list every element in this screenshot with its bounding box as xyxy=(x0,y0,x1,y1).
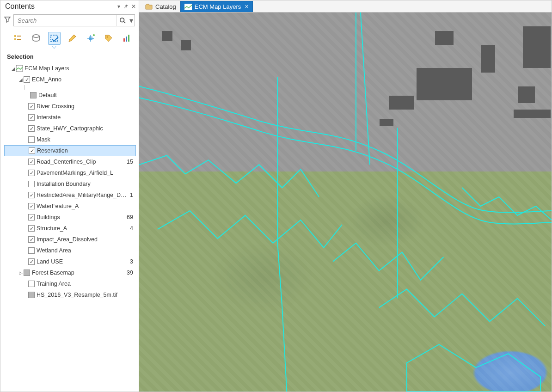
layer-checkbox[interactable] xyxy=(28,214,35,220)
layer-label: PavementMarkings_Airfield_L xyxy=(37,170,130,176)
layer-checkbox[interactable] xyxy=(29,147,35,154)
layer-checkbox[interactable] xyxy=(28,247,35,254)
menu-dropdown-icon[interactable]: ▾ xyxy=(117,3,120,10)
layer-row[interactable]: Road_Centerlines_Clip15 xyxy=(4,156,136,167)
layer-row[interactable]: Wetland Area xyxy=(4,245,136,256)
feature-count: 39 xyxy=(124,270,133,276)
list-by-drawing-order-icon[interactable] xyxy=(12,32,24,45)
feature-count: 15 xyxy=(124,159,133,165)
catalog-icon xyxy=(145,4,153,10)
svg-rect-17 xyxy=(184,4,192,10)
layer-row[interactable]: RestrictedArea_MilitaryRange_Dissolve1 xyxy=(4,190,136,201)
tree-connector xyxy=(25,85,136,90)
layer-row[interactable]: Reservation xyxy=(4,145,136,156)
layer-row[interactable]: Land USE3 xyxy=(4,256,136,267)
collapse-icon[interactable]: ◢ xyxy=(11,66,16,71)
layer-checkbox[interactable] xyxy=(28,258,35,265)
layer-label: Mask xyxy=(37,136,130,143)
search-dropdown-icon[interactable]: ▾ xyxy=(128,16,135,25)
list-by-editing-icon[interactable] xyxy=(66,32,79,45)
layer-label: Default xyxy=(38,92,133,98)
map-icon xyxy=(184,4,192,10)
layer-row[interactable]: Structure_A4 xyxy=(4,223,136,234)
panel-toolbar xyxy=(0,29,139,47)
main-area: Catalog ECM Map Layers ✕ xyxy=(139,0,552,392)
layer-label: RestrictedArea_MilitaryRange_Dissolve xyxy=(37,192,127,198)
layer-row[interactable]: Buildings69 xyxy=(4,212,136,223)
svg-point-12 xyxy=(107,37,108,38)
layer-label: Buildings xyxy=(37,214,124,220)
layer-label: Structure_A xyxy=(37,225,127,232)
layer-label: Land USE xyxy=(37,258,127,265)
list-by-chart-icon[interactable] xyxy=(121,32,133,45)
tree-item-training[interactable]: Training Area xyxy=(4,278,136,289)
list-by-selection-icon[interactable] xyxy=(48,32,61,45)
layer-checkbox[interactable] xyxy=(28,170,35,176)
layer-checkbox[interactable] xyxy=(24,76,30,83)
tree-root[interactable]: ◢ ECM Map Layers xyxy=(4,63,136,74)
panel-title: Contents xyxy=(5,2,35,11)
layer-row[interactable]: Interstate xyxy=(4,112,136,123)
layer-checkbox[interactable] xyxy=(28,181,35,187)
layer-label: HS_2016_V3_Resample_5m.tif xyxy=(37,292,133,298)
list-by-labeling-icon[interactable] xyxy=(102,32,115,45)
svg-rect-13 xyxy=(123,38,125,42)
layer-checkbox[interactable] xyxy=(28,136,35,143)
pin-icon[interactable]: 📌︎ xyxy=(123,3,129,10)
layer-row[interactable]: State_HWY_Cartographic xyxy=(4,123,136,134)
svg-rect-2 xyxy=(14,35,16,37)
svg-line-19 xyxy=(361,12,370,165)
collapse-icon[interactable]: ◢ xyxy=(18,77,24,82)
map-view[interactable] xyxy=(139,12,552,392)
tab-label: Catalog xyxy=(155,3,176,10)
expand-icon[interactable]: ▷ xyxy=(18,270,24,276)
layer-row[interactable]: WaterFeature_A xyxy=(4,201,136,212)
layer-label: Wetland Area xyxy=(37,247,130,254)
layer-label: WaterFeature_A xyxy=(37,203,130,209)
svg-point-11 xyxy=(93,34,95,36)
layer-checkbox[interactable] xyxy=(28,125,35,132)
tree-group-forest[interactable]: ▷ Forest Basemap 39 xyxy=(4,267,136,278)
svg-marker-20 xyxy=(407,344,540,392)
symbol-swatch xyxy=(30,92,37,98)
section-label: Selection xyxy=(0,49,139,63)
tree-item-raster[interactable]: HS_2016_V3_Resample_5m.tif xyxy=(4,289,136,300)
layer-tree: ◢ ECM Map Layers ◢ ECM_Anno Default Rive… xyxy=(0,63,139,300)
list-by-source-icon[interactable] xyxy=(30,32,42,45)
tab-map-layers[interactable]: ECM Map Layers ✕ xyxy=(180,1,253,12)
layer-row[interactable]: PavementMarkings_Airfield_L xyxy=(4,167,136,178)
tab-catalog[interactable]: Catalog xyxy=(141,1,180,12)
layer-row[interactable]: Mask xyxy=(4,134,136,145)
layer-row[interactable]: Installation Boundary xyxy=(4,178,136,190)
layer-label: Installation Boundary xyxy=(37,181,130,187)
layer-checkbox[interactable] xyxy=(28,114,35,121)
map-selection-overlay xyxy=(139,12,552,392)
svg-rect-3 xyxy=(14,38,16,40)
close-icon[interactable]: ✕ xyxy=(131,3,136,10)
layer-checkbox[interactable] xyxy=(28,192,35,198)
svg-line-1 xyxy=(123,22,125,24)
layer-checkbox[interactable] xyxy=(28,103,35,110)
layer-checkbox[interactable] xyxy=(28,225,35,232)
layer-label: Interstate xyxy=(37,114,130,121)
layer-row[interactable]: Impact_Area_Dissolved xyxy=(4,234,136,245)
search-input[interactable] xyxy=(14,17,116,24)
filter-icon[interactable] xyxy=(4,16,11,24)
search-button[interactable] xyxy=(116,15,128,26)
layer-checkbox[interactable] xyxy=(28,281,35,287)
layer-label: ECM_Anno xyxy=(32,76,133,83)
tree-item-default[interactable]: Default xyxy=(4,90,136,101)
layer-checkbox[interactable] xyxy=(28,203,35,209)
feature-count: 69 xyxy=(124,214,133,220)
search-box: ▾ xyxy=(13,14,135,26)
close-tab-icon[interactable]: ✕ xyxy=(245,4,249,10)
layer-row[interactable]: River Crossing xyxy=(4,101,136,112)
layer-label: Road_Centerlines_Clip xyxy=(37,159,124,165)
layer-label: Reservation xyxy=(37,147,130,154)
tree-group-anno[interactable]: ◢ ECM_Anno xyxy=(4,74,136,85)
feature-count: 4 xyxy=(127,225,133,232)
layer-checkbox[interactable] xyxy=(28,159,35,165)
list-by-snapping-icon[interactable] xyxy=(84,32,97,45)
contents-panel: Contents ▾ 📌︎ ✕ ▾ Selection ◢ xyxy=(0,0,139,392)
layer-checkbox[interactable] xyxy=(28,236,35,243)
